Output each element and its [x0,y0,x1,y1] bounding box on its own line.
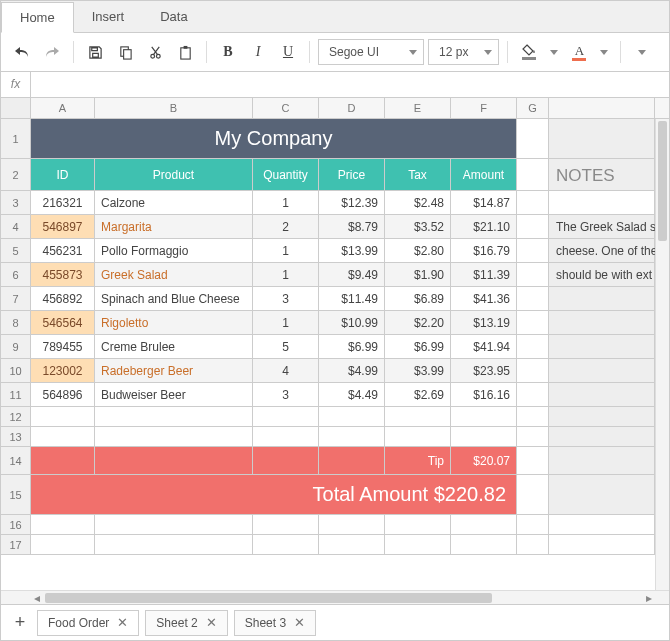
cell-amount[interactable]: $14.87 [451,191,517,214]
col-head-d[interactable]: D [319,98,385,118]
cell-product[interactable]: Rigoletto [95,311,253,334]
cell-product[interactable]: Spinach and Blue Cheese [95,287,253,310]
cell-id[interactable]: 216321 [31,191,95,214]
row-head[interactable]: 14 [1,447,31,474]
copy-button[interactable] [112,39,138,65]
cell-tax[interactable]: $2.20 [385,311,451,334]
cell-amount[interactable]: $13.19 [451,311,517,334]
cell[interactable] [517,335,549,358]
cell-qty[interactable]: 3 [253,287,319,310]
fill-color-caret[interactable] [546,39,562,65]
underline-button[interactable]: U [275,39,301,65]
cell-tax[interactable]: $1.90 [385,263,451,286]
cell-id[interactable]: 564896 [31,383,95,406]
cell-price[interactable]: $13.99 [319,239,385,262]
ribbon-tab-home[interactable]: Home [1,2,74,33]
cell-product[interactable]: Radeberger Beer [95,359,253,382]
cell-qty[interactable]: 3 [253,383,319,406]
cell-price[interactable]: $8.79 [319,215,385,238]
sheet-tab[interactable]: Sheet 3 ✕ [234,610,316,636]
cell-price[interactable]: $11.49 [319,287,385,310]
cell[interactable] [549,119,655,158]
cell-tax[interactable]: $2.48 [385,191,451,214]
row-head[interactable]: 8 [1,311,31,334]
row-head[interactable]: 3 [1,191,31,214]
cell-tax[interactable]: $2.80 [385,239,451,262]
cell-amount[interactable]: $11.39 [451,263,517,286]
col-head-g[interactable]: G [517,98,549,118]
cell-price[interactable]: $4.99 [319,359,385,382]
tip-label[interactable]: Tip [385,447,451,474]
cell-id[interactable]: 456231 [31,239,95,262]
header-tax[interactable]: Tax [385,159,451,190]
cell-tax[interactable]: $6.99 [385,335,451,358]
close-icon[interactable]: ✕ [117,615,128,630]
cell[interactable] [517,119,549,158]
scroll-left-icon[interactable]: ◂ [31,591,43,605]
cell-qty[interactable]: 1 [253,239,319,262]
paste-button[interactable] [172,39,198,65]
fill-color-button[interactable] [516,39,542,65]
scrollbar-thumb[interactable] [658,121,667,241]
cell-product[interactable]: Budweiser Beer [95,383,253,406]
cell[interactable] [549,191,655,214]
font-size-select[interactable]: 12 px [428,39,499,65]
cell-amount[interactable]: $21.10 [451,215,517,238]
cell-amount[interactable]: $41.36 [451,287,517,310]
ribbon-tab-data[interactable]: Data [142,2,205,31]
sheet-tab[interactable]: Food Order ✕ [37,610,139,636]
row-head[interactable]: 4 [1,215,31,238]
col-head-c[interactable]: C [253,98,319,118]
cell-qty[interactable]: 2 [253,215,319,238]
scroll-right-icon[interactable]: ▸ [643,591,655,605]
cell[interactable] [517,359,549,382]
header-qty[interactable]: Quantity [253,159,319,190]
close-icon[interactable]: ✕ [294,615,305,630]
cell-tax[interactable]: $6.89 [385,287,451,310]
row-head[interactable]: 6 [1,263,31,286]
cell-product[interactable]: Margarita [95,215,253,238]
cell[interactable] [549,359,655,382]
row-head[interactable]: 7 [1,287,31,310]
cell-amount[interactable]: $23.95 [451,359,517,382]
cell[interactable] [517,239,549,262]
header-price[interactable]: Price [319,159,385,190]
row-head[interactable]: 9 [1,335,31,358]
cell[interactable] [549,287,655,310]
cell-tax[interactable]: $3.52 [385,215,451,238]
cell-tax[interactable]: $3.99 [385,359,451,382]
select-all-corner[interactable] [1,98,31,118]
cell[interactable] [517,191,549,214]
cell-price[interactable]: $12.39 [319,191,385,214]
row-head[interactable]: 17 [1,535,31,554]
cell[interactable] [517,311,549,334]
font-color-button[interactable]: A [566,39,592,65]
cell-qty[interactable]: 5 [253,335,319,358]
cell-product[interactable]: Greek Salad [95,263,253,286]
redo-button[interactable] [39,39,65,65]
cell[interactable] [517,263,549,286]
row-head[interactable]: 5 [1,239,31,262]
cell-price[interactable]: $9.49 [319,263,385,286]
row-head[interactable]: 11 [1,383,31,406]
cut-button[interactable] [142,39,168,65]
more-button[interactable] [629,39,655,65]
cell-product[interactable]: Creme Brulee [95,335,253,358]
cell-id[interactable]: 546897 [31,215,95,238]
cell[interactable] [517,215,549,238]
italic-button[interactable]: I [245,39,271,65]
cell-qty[interactable]: 1 [253,311,319,334]
cell[interactable] [517,383,549,406]
cell-amount[interactable]: $41.94 [451,335,517,358]
cell-id[interactable]: 546564 [31,311,95,334]
col-head-b[interactable]: B [95,98,253,118]
cell-product[interactable]: Calzone [95,191,253,214]
bold-button[interactable]: B [215,39,241,65]
header-product[interactable]: Product [95,159,253,190]
total-row[interactable]: Total Amount $220.82 [31,475,517,514]
sheet-tab[interactable]: Sheet 2 ✕ [145,610,227,636]
row-head[interactable]: 16 [1,515,31,534]
header-id[interactable]: ID [31,159,95,190]
cell[interactable] [517,159,549,190]
row-head[interactable]: 13 [1,427,31,446]
